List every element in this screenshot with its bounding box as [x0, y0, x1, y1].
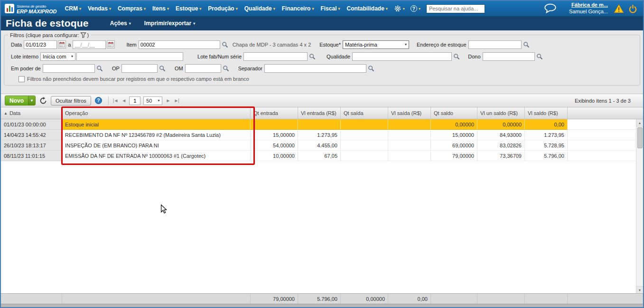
cell-vl-entrada: 67,05: [298, 151, 341, 161]
pager-size-value: 50: [146, 98, 152, 104]
column-label: Vl entrada (R$): [301, 110, 336, 116]
pager-next-button[interactable]: ►: [164, 98, 172, 103]
user-box[interactable]: Fábrica de m... Samuel Gonça...: [569, 2, 608, 15]
search-icon[interactable]: [536, 53, 543, 60]
menu-producao[interactable]: Produção▾: [205, 1, 241, 16]
table-row[interactable]: 26/10/23 18:13:17 INSPEÇÃO DE (EM BRANCO…: [1, 140, 643, 151]
menu-crm[interactable]: CRM▾: [62, 1, 84, 16]
menu-vendas[interactable]: Vendas▾: [84, 1, 114, 16]
grid-help-icon[interactable]: ?: [95, 97, 102, 104]
internal-lot-input[interactable]: [76, 52, 183, 61]
calendar-button[interactable]: [58, 40, 66, 48]
separator-input[interactable]: [264, 64, 366, 73]
column-label: Vl saída (R$): [391, 110, 421, 116]
column-header-qt-saldo[interactable]: Qt saldo: [431, 107, 477, 119]
help-menu[interactable]: ? ▾: [408, 5, 423, 12]
date-from-input[interactable]: [24, 40, 57, 49]
menu-qualidade[interactable]: Qualidade▾: [241, 1, 279, 16]
held-by-label: Em poder de: [11, 66, 41, 71]
chevron-down-icon: ▾: [312, 7, 314, 11]
search-icon[interactable]: [523, 41, 530, 48]
item-input[interactable]: [139, 40, 220, 49]
new-button-dropdown[interactable]: ▾: [28, 96, 35, 105]
stock-select[interactable]: Matéria-prima ▾: [343, 40, 409, 49]
table-header-row: ▲ Data Operação Qt entrada Vl entrada (R…: [1, 107, 643, 119]
pager-first-button[interactable]: |◄: [111, 98, 120, 103]
company-link[interactable]: Fábrica de m...: [569, 2, 608, 9]
main-menu: CRM▾ Vendas▾ Compras▾ Itens▾ Estoque▾ Pr…: [62, 1, 391, 16]
scroll-up-arrow-icon[interactable]: ▲: [636, 119, 644, 126]
actions-menu[interactable]: Ações▾: [110, 20, 131, 27]
menu-compras[interactable]: Compras▾: [114, 1, 149, 16]
warning-icon[interactable]: [614, 4, 624, 13]
filter-row-3: Em poder de OP OM Separador: [4, 62, 640, 74]
erp-window: Sistema de gestão ERP MAXIPROD CRM▾ Vend…: [0, 0, 644, 308]
menu-contabilidade[interactable]: Contabilidade▾: [344, 1, 391, 16]
refresh-icon[interactable]: [39, 97, 47, 105]
cell-vl-entrada: 4.455,00: [298, 140, 341, 151]
filters-legend[interactable]: Filtros (clique para configurar: ): [8, 32, 91, 38]
scrollbar-thumb[interactable]: [637, 127, 643, 148]
settings-menu[interactable]: ▾: [391, 5, 408, 12]
menu-estoque[interactable]: Estoque▾: [172, 1, 205, 16]
menu-fiscal[interactable]: Fiscal▾: [317, 1, 343, 16]
vertical-scrollbar[interactable]: ▲ ▼: [636, 119, 643, 293]
table-row[interactable]: 14/04/23 14:55:42 RECEBIMENTO DA NF Nº 1…: [1, 130, 643, 140]
brand-logo-block[interactable]: Sistema de gestão ERP MAXIPROD: [5, 3, 57, 14]
new-button[interactable]: Novo ▾: [5, 96, 36, 106]
cell-vl-saida: [388, 119, 431, 130]
power-logout-icon[interactable]: [628, 4, 637, 13]
summary-cell: [62, 294, 251, 304]
search-icon[interactable]: [453, 53, 460, 60]
column-header-vl-entrada[interactable]: Vl entrada (R$): [298, 107, 341, 119]
column-header-operacao[interactable]: Operação: [62, 107, 251, 119]
print-export-menu[interactable]: Imprimir/exportar▾: [144, 20, 195, 27]
internal-lot-mode-select[interactable]: Inicia com ▾: [40, 52, 75, 61]
column-header-vl-un-saldo[interactable]: Vl un saldo (R$): [477, 107, 525, 119]
cell-operacao: Estoque inicial: [62, 119, 251, 130]
search-icon[interactable]: [159, 65, 166, 72]
column-header-vl-saida[interactable]: Vl saída (R$): [388, 107, 431, 119]
hide-filters-button[interactable]: Ocultar filtros: [51, 96, 91, 106]
held-by-input[interactable]: [43, 64, 95, 73]
column-header-qt-saida[interactable]: Qt saída: [341, 107, 388, 119]
menu-label: Estoque: [176, 5, 198, 12]
cell-qt-saida: [341, 140, 388, 151]
pager-page-input[interactable]: [129, 96, 140, 105]
pager-prev-button[interactable]: ◄: [120, 98, 128, 103]
column-header-qt-entrada[interactable]: Qt entrada: [251, 107, 298, 119]
search-icon[interactable]: [223, 65, 229, 72]
om-input[interactable]: [185, 64, 221, 73]
search-icon[interactable]: [309, 53, 316, 60]
calendar-button[interactable]: [107, 40, 115, 48]
calendar-icon: [59, 41, 65, 48]
scroll-down-arrow-icon[interactable]: ▼: [636, 286, 644, 293]
cell-qt-entrada: 54,00000: [251, 140, 298, 151]
table-row[interactable]: 01/01/23 00:00:00 Estoque inicial 0,0000…: [1, 119, 643, 130]
search-icon[interactable]: [96, 65, 103, 72]
op-input[interactable]: [121, 64, 158, 73]
menu-itens[interactable]: Itens▾: [149, 1, 172, 16]
blank-filter-checkbox[interactable]: [19, 76, 25, 82]
cell-operacao: INSPEÇÃO DE (EM BRANCO) PARA NI: [62, 140, 251, 151]
pager-size-select[interactable]: 50 ▾: [143, 96, 162, 105]
cell-qt-saida: [341, 130, 388, 140]
cell-operacao: RECEBIMENTO DA NF Nº 123456789 #2 (Madei…: [62, 130, 251, 140]
search-icon[interactable]: [222, 41, 228, 48]
column-header-data[interactable]: ▲ Data: [1, 107, 62, 119]
fab-lot-input[interactable]: [243, 52, 308, 61]
quality-input[interactable]: [352, 52, 452, 61]
pager-last-button[interactable]: ►|: [172, 98, 181, 103]
table-row[interactable]: 08/11/23 11:01:15 EMISSÃO DA NF DE ENTRA…: [1, 151, 643, 161]
search-icon[interactable]: [368, 65, 374, 72]
owner-input[interactable]: [483, 52, 535, 61]
chat-bubble-icon[interactable]: [544, 3, 557, 14]
menu-label: Vendas: [88, 5, 108, 12]
summary-cell: [1, 294, 62, 304]
help-search-input[interactable]: [426, 4, 485, 13]
column-label: Data: [9, 110, 20, 116]
column-header-vl-saldo[interactable]: Vl saldo (R$): [525, 107, 568, 119]
stock-address-input[interactable]: [468, 40, 522, 49]
menu-financeiro[interactable]: Financeiro▾: [279, 1, 317, 16]
date-to-input[interactable]: [73, 40, 106, 49]
